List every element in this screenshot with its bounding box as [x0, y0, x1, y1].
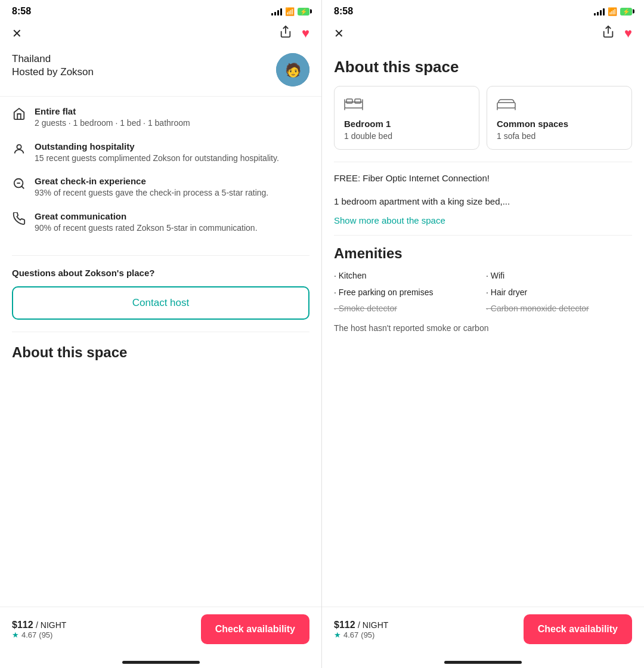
contact-question: Questions about Zokson's place? [12, 268, 309, 278]
about-title-right: About this space [322, 48, 644, 86]
status-time-right: 8:58 [334, 6, 353, 17]
svg-text:🧑: 🧑 [285, 62, 302, 78]
amenity-smoke: · Smoke detector [334, 303, 480, 315]
bed-type-2: 1 sofa bed [497, 131, 622, 141]
feature-desc-hospitality: 15 recent guests complimented Zokson for… [35, 153, 279, 165]
svg-point-3 [17, 144, 21, 149]
share-icon-right[interactable] [602, 25, 615, 41]
battery-icon-left: ⚡ [298, 8, 309, 16]
status-bar-left: 8:58 📶 ⚡ [0, 0, 321, 20]
host-location: Thailand [12, 53, 94, 65]
home-indicator-right [322, 656, 644, 666]
status-time-left: 8:58 [12, 6, 31, 17]
heart-icon-left[interactable]: ♥ [302, 26, 309, 41]
check-availability-button-right[interactable]: Check availability [524, 614, 632, 644]
svg-rect-8 [346, 99, 352, 103]
hospitality-icon [12, 143, 26, 159]
signal-bars-right [594, 7, 605, 16]
amenities-section: Amenities · Kitchen · Wifi · Free parkin… [322, 236, 644, 339]
bedroom-card-1: Bedroom 1 1 double bed [334, 86, 479, 150]
amenity-note: The host hasn't reported smoke or carbon [334, 322, 632, 339]
host-header: Thailand Hosted by Zokson 🧑 [0, 48, 321, 97]
price-right: $112 [334, 620, 355, 630]
bottom-bar-left: $112 / NIGHT ★ 4.67 (95) Check availabil… [0, 607, 321, 656]
check-availability-button-left[interactable]: Check availability [201, 614, 309, 644]
bed-name-2: Common spaces [497, 119, 622, 129]
price-left: $112 [12, 620, 33, 630]
per-night-right: / NIGHT [358, 620, 388, 630]
phones-container: 8:58 📶 ⚡ ✕ ♥ [0, 0, 644, 668]
review-count-right: (95) [361, 630, 374, 639]
bed-icon-2 [497, 95, 622, 114]
nav-bar-right: ✕ ♥ [322, 20, 644, 48]
scroll-area-left[interactable]: Thailand Hosted by Zokson 🧑 [0, 48, 321, 607]
battery-icon-right: ⚡ [620, 8, 632, 16]
about-title-left: About this space [12, 344, 309, 361]
heart-icon-right[interactable]: ♥ [624, 26, 632, 41]
wifi-icon-right: 📶 [608, 7, 617, 16]
nav-bar-left: ✕ ♥ [0, 20, 321, 48]
space-description: 1 bedroom apartment with a king size bed… [322, 190, 644, 214]
feature-list: Entire flat 2 guests · 1 bedroom · 1 bed… [0, 97, 321, 255]
show-more-button[interactable]: Show more about the space [322, 213, 644, 235]
signal-bars-left [271, 7, 282, 16]
rating-right: 4.67 [343, 630, 358, 639]
svg-rect-14 [497, 103, 515, 108]
right-phone: 8:58 📶 ⚡ ✕ ♥ [322, 0, 644, 668]
feature-title-hospitality: Outstanding hospitality [35, 141, 279, 151]
rating-left: 4.67 [21, 630, 36, 639]
bed-icon-1 [344, 95, 469, 114]
status-icons-right: 📶 ⚡ [594, 7, 632, 16]
feature-item-flat: Entire flat 2 guests · 1 bedroom · 1 bed… [12, 106, 309, 129]
close-icon-left[interactable]: ✕ [12, 26, 22, 41]
amenity-wifi: · Wifi [486, 270, 632, 282]
bed-name-1: Bedroom 1 [344, 119, 469, 129]
left-phone: 8:58 📶 ⚡ ✕ ♥ [0, 0, 322, 668]
feature-title-communication: Great communication [35, 211, 258, 221]
amenity-kitchen: · Kitchen [334, 270, 480, 282]
svg-rect-9 [355, 99, 361, 103]
home-indicator-left [0, 656, 321, 666]
bedroom-card-2: Common spaces 1 sofa bed [487, 86, 632, 150]
feature-title-checkin: Great check-in experience [35, 176, 268, 186]
amenities-grid: · Kitchen · Wifi · Free parking on premi… [334, 270, 632, 315]
feature-item-hospitality: Outstanding hospitality 15 recent guests… [12, 141, 309, 165]
amenities-title: Amenities [334, 245, 632, 262]
feature-desc-communication: 90% of recent guests rated Zokson 5-star… [35, 222, 258, 234]
contact-section: Questions about Zokson's place? Contact … [0, 256, 321, 332]
communication-icon [12, 212, 26, 229]
status-bar-right: 8:58 📶 ⚡ [322, 0, 644, 20]
free-internet: FREE: Fiber Optic Internet Connection! [322, 169, 644, 190]
review-count-left: (95) [39, 630, 52, 639]
feature-title-flat: Entire flat [35, 106, 190, 116]
status-icons-left: 📶 ⚡ [271, 7, 309, 16]
bedroom-cards: Bedroom 1 1 double bed Common spaces 1 s… [322, 86, 644, 159]
host-by: Hosted by Zokson [12, 66, 94, 78]
amenity-carbon: · Carbon monoxide detector [486, 303, 632, 315]
feature-item-communication: Great communication 90% of recent guests… [12, 211, 309, 234]
contact-host-button[interactable]: Contact host [12, 286, 309, 320]
feature-item-checkin: Great check-in experience 93% of recent … [12, 176, 309, 199]
feature-desc-checkin: 93% of recent guests gave the check-in p… [35, 187, 268, 199]
scroll-area-right[interactable]: About this space [322, 48, 644, 607]
star-icon-right: ★ [334, 630, 341, 639]
about-section-left: About this space [0, 332, 321, 366]
share-icon-left[interactable] [279, 25, 292, 41]
flat-icon [12, 107, 26, 124]
feature-desc-flat: 2 guests · 1 bedroom · 1 bed · 1 bathroo… [35, 117, 190, 129]
amenity-parking: · Free parking on premises [334, 287, 480, 299]
amenity-hairdryer: · Hair dryer [486, 287, 632, 299]
star-icon-left: ★ [12, 630, 19, 639]
checkin-icon [12, 177, 26, 194]
host-avatar: 🧑 [276, 53, 309, 86]
divider-right-1 [334, 162, 632, 162]
bottom-bar-right: $112 / NIGHT ★ 4.67 (95) Check availabil… [322, 607, 644, 656]
bed-type-1: 1 double bed [344, 131, 469, 141]
close-icon-right[interactable]: ✕ [334, 26, 344, 41]
per-night-left: / NIGHT [36, 620, 66, 630]
wifi-icon-left: 📶 [285, 7, 295, 16]
